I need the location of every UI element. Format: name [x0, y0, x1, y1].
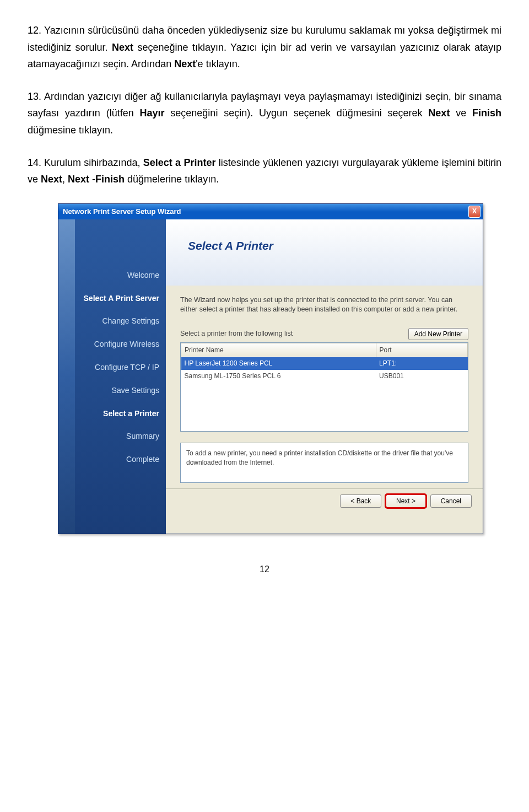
cell-port: USB001 — [376, 370, 467, 382]
close-button[interactable]: X — [468, 206, 481, 218]
close-icon: X — [472, 207, 477, 215]
text: düğmesine tıklayın. — [28, 125, 113, 136]
sidebar-item-complete[interactable]: Complete — [58, 453, 159, 466]
cancel-button[interactable]: Cancel — [430, 494, 472, 508]
next-button[interactable]: Next > — [386, 494, 426, 508]
printer-list[interactable]: Printer Name Port HP LaserJet 1200 Serie… — [180, 342, 468, 432]
wizard-body: Welcome Select A Print Server Change Set… — [58, 219, 483, 534]
paragraph-14: 14.Kurulum sihirbazında, Select a Printe… — [28, 154, 501, 188]
list-number: 12. — [28, 22, 44, 39]
cell-port: LPT1: — [376, 357, 467, 370]
page-number: 12 — [28, 562, 501, 577]
column-printer-name[interactable]: Printer Name — [181, 343, 376, 357]
printer-table: Printer Name Port HP LaserJet 1200 Serie… — [181, 343, 468, 382]
wizard-sidebar: Welcome Select A Print Server Change Set… — [58, 219, 166, 534]
table-row[interactable]: HP LaserJet 1200 Series PCL LPT1: — [181, 357, 468, 370]
table-row[interactable]: Samsung ML-1750 Series PCL 6 USB001 — [181, 370, 468, 382]
add-new-printer-button[interactable]: Add New Printer — [408, 328, 468, 340]
sidebar-items: Welcome Select A Print Server Change Set… — [58, 219, 166, 466]
sidebar-item-save-settings[interactable]: Save Settings — [58, 384, 159, 397]
cell-printer-name: Samsung ML-1750 Series PCL 6 — [181, 370, 376, 382]
bold-next: Next — [41, 174, 62, 185]
list-number: 14. — [28, 154, 44, 171]
text: düğmelerine tıklayın. — [125, 174, 219, 185]
text: seçeneğini seçin). Uygun seçenek düğmesi… — [165, 107, 429, 119]
note-box: To add a new printer, you need a printer… — [180, 443, 468, 483]
description-text: The Wizard now helps you set up the prin… — [180, 295, 468, 315]
titlebar[interactable]: Network Print Server Setup Wizard X — [58, 204, 483, 219]
list-number: 13. — [28, 88, 44, 105]
wizard-main: Select A Printer The Wizard now helps yo… — [166, 219, 483, 534]
column-port[interactable]: Port — [376, 343, 467, 357]
back-button[interactable]: < Back — [340, 494, 381, 508]
wizard-window: Network Print Server Setup Wizard X Welc… — [58, 203, 483, 534]
wizard-main-content: The Wizard now helps you set up the prin… — [166, 286, 483, 489]
bold-next: Next — [68, 174, 89, 185]
text: ve — [450, 107, 472, 119]
cell-printer-name: HP LaserJet 1200 Series PCL — [181, 357, 376, 370]
text: 'e tıklayın. — [196, 58, 240, 69]
sidebar-item-summary[interactable]: Summary — [58, 430, 159, 443]
bold-finish: Finish — [95, 174, 125, 185]
bold-hayir: Hayır — [139, 107, 164, 119]
sidebar-item-welcome[interactable]: Welcome — [58, 269, 159, 282]
paragraph-13: 13.Ardından yazıcıyı diğer ağ kullanıcıl… — [28, 88, 501, 139]
sidebar-item-configure-tcpip[interactable]: Configure TCP / IP — [58, 361, 159, 374]
sidebar-item-select-a-printer[interactable]: Select a Printer — [58, 407, 159, 421]
text: , — [62, 174, 68, 185]
sidebar-item-configure-wireless[interactable]: Configure Wireless — [58, 338, 159, 351]
main-heading: Select A Printer — [188, 236, 483, 256]
paragraph-12: 12.Yazıcının sürücüsünü daha önceden yük… — [28, 22, 501, 73]
wizard-button-row: < Back Next > Cancel — [166, 488, 483, 513]
sidebar-item-select-print-server[interactable]: Select A Print Server — [58, 292, 159, 305]
list-label: Select a printer from the following list — [180, 328, 293, 340]
bold-next: Next — [428, 107, 450, 119]
window-title: Network Print Server Setup Wizard — [63, 206, 181, 218]
bold-finish: Finish — [472, 107, 501, 119]
wizard-main-header: Select A Printer — [166, 219, 483, 286]
bold-next: Next — [174, 58, 196, 69]
bold-next: Next — [112, 42, 133, 53]
text: - — [89, 174, 95, 185]
list-label-row: Select a printer from the following list… — [180, 328, 468, 340]
text: Kurulum sihirbazında, — [44, 157, 143, 168]
sidebar-item-change-settings[interactable]: Change Settings — [58, 315, 159, 328]
table-header-row: Printer Name Port — [181, 343, 468, 357]
bold-select-a-printer: Select a Printer — [143, 157, 216, 168]
